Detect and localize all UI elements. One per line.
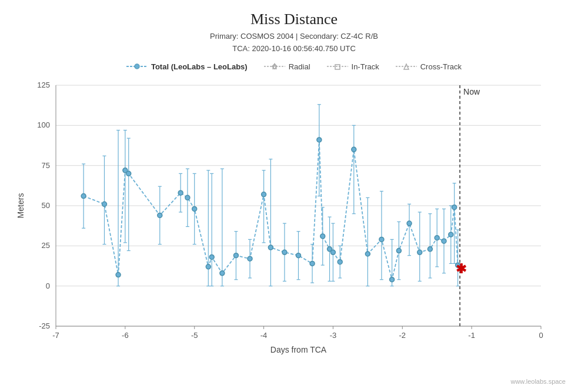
- svg-point-136: [330, 250, 335, 254]
- subtitle-line1: Primary: COSMOS 2004 | Secondary: CZ-4C …: [210, 32, 378, 41]
- svg-point-176: [435, 235, 439, 240]
- svg-point-76: [185, 195, 190, 200]
- watermark-text: www.leolabs.space: [510, 378, 566, 385]
- svg-rect-6: [335, 65, 340, 69]
- svg-point-172: [427, 246, 432, 251]
- svg-point-112: [282, 250, 287, 254]
- svg-point-156: [390, 277, 395, 282]
- svg-text:25: 25: [42, 241, 50, 250]
- svg-point-72: [178, 190, 183, 195]
- svg-text:0: 0: [539, 331, 543, 340]
- legend-total-label: Total (LeoLabs – LeoLabs): [151, 62, 248, 71]
- legend-total-icon: [126, 62, 148, 71]
- svg-point-52: [102, 202, 107, 206]
- legend-crosstrack: Cross-Track: [396, 62, 462, 71]
- svg-text:Meters: Meters: [16, 193, 25, 218]
- svg-text:100: 100: [37, 120, 50, 129]
- svg-point-164: [407, 221, 412, 226]
- svg-text:0: 0: [46, 281, 50, 290]
- svg-point-140: [338, 259, 342, 264]
- svg-point-64: [126, 171, 131, 176]
- svg-text:125: 125: [37, 81, 50, 89]
- chart-svg: -7-6-5-4-3-2-10-250255075100125Days from…: [12, 73, 576, 361]
- svg-point-56: [116, 272, 121, 277]
- svg-text:-7: -7: [52, 331, 59, 340]
- svg-point-184: [449, 232, 453, 237]
- svg-point-128: [320, 234, 325, 239]
- svg-text:50: 50: [42, 201, 50, 210]
- svg-point-108: [268, 245, 273, 250]
- svg-text:-5: -5: [191, 331, 198, 340]
- svg-point-124: [317, 138, 322, 142]
- subtitle-line2: TCA: 2020-10-16 00:56:40.750 UTC: [232, 44, 356, 53]
- svg-text:75: 75: [42, 160, 50, 169]
- svg-text:-4: -4: [260, 331, 268, 340]
- chart-container: Miss Distance Primary: COSMOS 2004 | Sec…: [0, 0, 588, 392]
- svg-point-152: [379, 237, 384, 242]
- svg-text:Days from TCA: Days from TCA: [270, 345, 327, 354]
- legend-intrack-icon: [327, 62, 348, 71]
- legend-intrack: In-Track: [327, 62, 379, 71]
- svg-text:-25: -25: [39, 321, 50, 330]
- svg-point-84: [206, 264, 211, 269]
- svg-point-148: [365, 252, 370, 256]
- svg-text:✱: ✱: [456, 262, 467, 276]
- legend-radial-icon: [264, 62, 285, 71]
- svg-text:-1: -1: [468, 331, 475, 340]
- legend-radial-label: Radial: [289, 62, 310, 71]
- svg-point-1: [135, 64, 139, 69]
- legend-crosstrack-icon: [396, 62, 417, 71]
- svg-point-168: [417, 250, 422, 254]
- svg-point-104: [262, 192, 266, 196]
- svg-point-116: [296, 253, 301, 257]
- svg-point-80: [192, 206, 197, 211]
- svg-text:-3: -3: [330, 331, 337, 340]
- svg-point-180: [442, 239, 446, 243]
- svg-point-120: [310, 261, 315, 266]
- svg-point-88: [209, 254, 214, 259]
- svg-point-92: [220, 270, 225, 275]
- svg-point-144: [352, 147, 356, 152]
- chart-legend: Total (LeoLabs – LeoLabs) Radial In-Trac…: [126, 62, 462, 71]
- svg-text:Now: Now: [463, 87, 480, 96]
- svg-point-160: [396, 248, 401, 253]
- svg-text:-2: -2: [399, 331, 406, 340]
- svg-point-96: [233, 253, 238, 257]
- legend-intrack-label: In-Track: [352, 62, 379, 71]
- svg-point-68: [158, 213, 162, 217]
- svg-point-188: [452, 205, 457, 209]
- legend-radial: Radial: [264, 62, 310, 71]
- svg-point-100: [248, 256, 252, 261]
- svg-point-48: [81, 193, 86, 198]
- svg-text:-6: -6: [122, 331, 129, 340]
- chart-area: -7-6-5-4-3-2-10-250255075100125Days from…: [12, 73, 576, 392]
- legend-total: Total (LeoLabs – LeoLabs): [126, 62, 248, 71]
- chart-title: Miss Distance: [250, 11, 338, 28]
- chart-subtitle: Primary: COSMOS 2004 | Secondary: CZ-4C …: [210, 31, 378, 55]
- legend-crosstrack-label: Cross-Track: [420, 62, 462, 71]
